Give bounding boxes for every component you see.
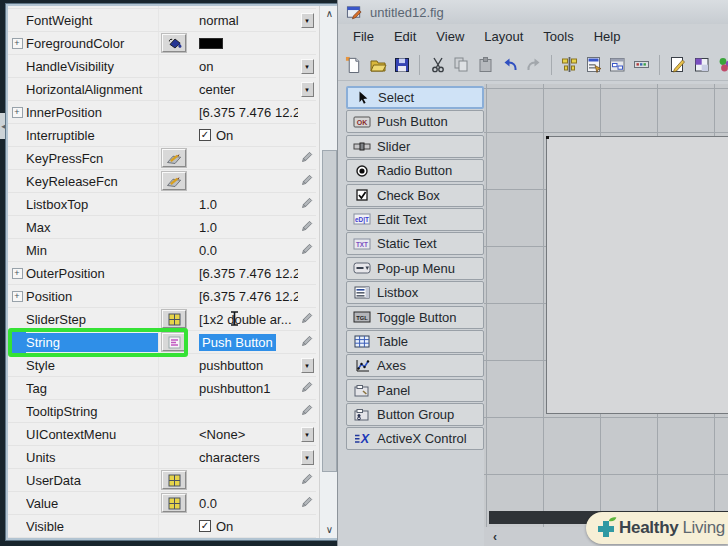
palette-listbox[interactable]: Listbox: [346, 281, 484, 304]
property-row-units[interactable]: Unitscharacters▾: [8, 446, 316, 469]
menu-view[interactable]: View: [426, 27, 474, 46]
palette-push-button[interactable]: OKPush Button: [346, 110, 484, 133]
inspector-scrollbar[interactable]: ∧ ∨: [319, 6, 339, 538]
pencil-icon[interactable]: [301, 335, 313, 350]
property-value[interactable]: ✓On: [189, 128, 298, 143]
dropdown-arrow-icon[interactable]: ▾: [301, 427, 314, 442]
property-row-max[interactable]: Max1.0: [8, 216, 316, 239]
palette-table[interactable]: Table: [346, 330, 484, 353]
pencil-icon[interactable]: [301, 381, 313, 396]
menu-editor-icon[interactable]: [583, 54, 604, 75]
property-value[interactable]: 1.0: [189, 197, 298, 212]
scrollbar-thumb[interactable]: [322, 150, 337, 472]
property-value[interactable]: [189, 38, 298, 49]
save-icon[interactable]: [391, 54, 412, 75]
property-row-horizontalalignment[interactable]: HorizontalAlignmentcenter▾: [8, 78, 316, 101]
dropdown-arrow-icon[interactable]: ▾: [301, 4, 314, 5]
menu-help[interactable]: Help: [584, 27, 631, 46]
plus-icon[interactable]: +: [12, 268, 23, 279]
grid-icon[interactable]: [162, 494, 186, 512]
palette-check-box[interactable]: Check Box: [346, 184, 484, 207]
paste-icon[interactable]: [475, 54, 496, 75]
plus-icon[interactable]: +: [12, 291, 23, 302]
menu-layout[interactable]: Layout: [474, 27, 533, 46]
expand-toggle[interactable]: +: [8, 101, 26, 123]
property-row-innerposition[interactable]: +InnerPosition[6.375 7.476 12.25...: [8, 101, 316, 124]
cut-icon[interactable]: [427, 54, 448, 75]
property-value[interactable]: characters: [189, 450, 298, 465]
dropdown-arrow-icon[interactable]: ▾: [301, 13, 314, 28]
copy-icon[interactable]: [451, 54, 472, 75]
open-icon[interactable]: [367, 54, 388, 75]
figure-area[interactable]: [546, 136, 728, 414]
property-inspector-icon[interactable]: [691, 54, 712, 75]
property-value[interactable]: 1.0: [189, 220, 298, 235]
grid-icon[interactable]: [162, 310, 186, 328]
property-row-keyreleasefcn[interactable]: KeyReleaseFcn: [8, 170, 316, 193]
pencil-icon[interactable]: [301, 151, 313, 166]
property-row-visible[interactable]: Visible✓On: [8, 515, 316, 538]
dropdown-arrow-icon[interactable]: ▾: [301, 358, 314, 373]
pencil-icon[interactable]: [301, 496, 313, 511]
align-icon[interactable]: [559, 54, 580, 75]
palette-static-text[interactable]: TXTStatic Text: [346, 232, 484, 255]
palette-slider[interactable]: Slider: [346, 135, 484, 158]
palette-activex-control[interactable]: XActiveX Control: [346, 427, 484, 450]
expand-toggle[interactable]: +: [8, 32, 26, 54]
property-row-handlevisibility[interactable]: HandleVisibilityon▾: [8, 55, 316, 78]
property-value[interactable]: pushbutton: [189, 358, 298, 373]
property-value[interactable]: 0.0: [189, 496, 298, 511]
title-bar[interactable]: untitled12.fig: [338, 0, 728, 24]
property-value[interactable]: 0.0: [189, 243, 298, 258]
pencil-icon[interactable]: [301, 174, 313, 189]
toolbar-editor-icon[interactable]: [631, 54, 652, 75]
property-row-uicontextmenu[interactable]: UIContextMenu<None>▾: [8, 423, 316, 446]
palette-select[interactable]: Select: [346, 86, 484, 109]
paint-bucket-icon[interactable]: [162, 34, 186, 52]
property-value[interactable]: [6.375 7.476 12.25...: [189, 105, 298, 120]
scroll-left-arrow-icon[interactable]: ‹: [493, 530, 497, 544]
pencil-icon[interactable]: [301, 404, 313, 419]
property-value[interactable]: Push Button: [189, 334, 298, 351]
palette-axes[interactable]: Axes: [346, 354, 484, 377]
string-icon[interactable]: [162, 333, 186, 351]
property-row-string[interactable]: StringPush Button: [8, 331, 316, 354]
property-row-foregroundcolor[interactable]: +ForegroundColor: [8, 32, 316, 55]
pencil-icon[interactable]: [301, 312, 313, 327]
palette-pop-up-menu[interactable]: Pop-up Menu: [346, 257, 484, 280]
object-browser-icon[interactable]: [715, 54, 728, 75]
palette-panel[interactable]: Panel: [346, 379, 484, 402]
property-value[interactable]: center: [189, 82, 298, 97]
undo-icon[interactable]: [499, 54, 520, 75]
palette-toggle-button[interactable]: TGLToggle Button: [346, 306, 484, 329]
checkbox-icon[interactable]: ✓: [199, 520, 211, 532]
new-icon[interactable]: [343, 54, 364, 75]
property-row-sliderstep[interactable]: SliderStep[1x2 double ar...: [8, 308, 316, 331]
dropdown-arrow-icon[interactable]: ▾: [301, 450, 314, 465]
property-row-tooltipstring[interactable]: TooltipString: [8, 400, 316, 423]
property-value[interactable]: on: [189, 59, 298, 74]
property-value[interactable]: <None>: [189, 427, 298, 442]
palette-edit-text[interactable]: eD|TEdit Text: [346, 208, 484, 231]
property-row-listboxtop[interactable]: ListboxTop1.0: [8, 193, 316, 216]
property-value[interactable]: pushbutton1: [189, 381, 298, 396]
tab-order-icon[interactable]: [607, 54, 628, 75]
pencil-icon[interactable]: [301, 243, 313, 258]
palette-button-group[interactable]: Button Group: [346, 403, 484, 426]
callback-icon[interactable]: [162, 149, 186, 167]
property-row-value[interactable]: Value0.0: [8, 492, 316, 515]
property-row-position[interactable]: +Position[6.375 7.476 12.25...: [8, 285, 316, 308]
property-row-min[interactable]: Min0.0: [8, 239, 316, 262]
property-value[interactable]: normal: [189, 13, 298, 28]
property-row-tag[interactable]: Tagpushbutton1: [8, 377, 316, 400]
callback-icon[interactable]: [162, 172, 186, 190]
property-row-outerposition[interactable]: +OuterPosition[6.375 7.476 12.25...: [8, 262, 316, 285]
dropdown-arrow-icon[interactable]: ▾: [301, 82, 314, 97]
property-value[interactable]: ✓On: [189, 519, 298, 534]
checkbox-icon[interactable]: ✓: [199, 129, 211, 141]
layout-canvas[interactable]: [484, 84, 728, 527]
property-value[interactable]: [6.375 7.476 12.25...: [189, 289, 298, 304]
pencil-icon[interactable]: [301, 220, 313, 235]
property-row-interruptible[interactable]: Interruptible✓On: [8, 124, 316, 147]
property-row-style[interactable]: Stylepushbutton▾: [8, 354, 316, 377]
